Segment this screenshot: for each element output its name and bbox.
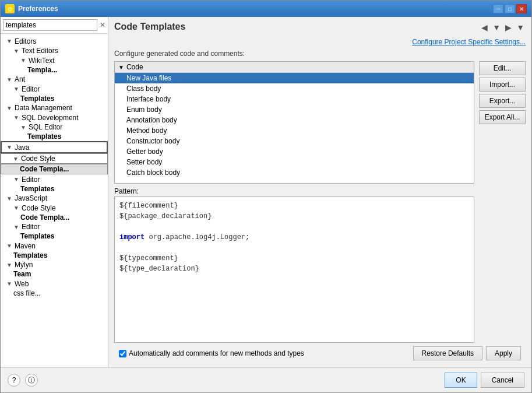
code-tree-item-class-body[interactable]: Class body (115, 83, 474, 94)
export-all-button[interactable]: Export All... (479, 110, 526, 124)
sidebar-item-mylyn[interactable]: ▼Mylyn (1, 260, 108, 270)
pattern-line-5: ${typecomment} (119, 253, 469, 264)
code-tree-item-method-body[interactable]: Method body (115, 125, 474, 136)
sidebar-item-data-management[interactable]: ▼Data Management (1, 103, 108, 113)
title-bar-left: ⚙ Preferences (5, 4, 58, 13)
sidebar-item-text-editors[interactable]: ▼Text Editors (1, 46, 108, 56)
panel-nav: ◀ ▼ ▶ ▼ (480, 22, 526, 33)
sidebar-item-sql-development[interactable]: ▼SQL Development (1, 113, 108, 122)
sidebar-item-editors[interactable]: ▼Editors (1, 36, 108, 46)
nav-dropdown-button[interactable]: ▼ (491, 22, 502, 33)
export-button[interactable]: Export... (479, 94, 526, 108)
nav-more-button[interactable]: ▼ (515, 22, 526, 33)
right-buttons: Edit... Import... Export... Export All..… (479, 61, 526, 343)
preferences-dialog: ⚙ Preferences ─ □ ✕ ✕ ▼Editors ▼Text Edi… (0, 0, 532, 393)
code-tree-item-new-java-files[interactable]: New Java files (115, 73, 474, 83)
pattern-line-empty-2 (119, 243, 469, 253)
code-tree-item-catch-block-body[interactable]: Catch block body (115, 167, 474, 178)
left-section: ▼ Code New Java files Class body Interfa… (114, 61, 474, 343)
code-tree-header: ▼ Code (115, 62, 474, 73)
checkbox-row: Automatically add comments for new metho… (119, 349, 304, 357)
cancel-button[interactable]: Cancel (481, 373, 524, 388)
sidebar-item-css-file[interactable]: css file... (1, 289, 108, 298)
ok-button[interactable]: OK (445, 373, 477, 388)
title-bar-controls: ─ □ ✕ (493, 4, 527, 13)
forward-button[interactable]: ▶ (504, 22, 513, 33)
pattern-label: Pattern: (114, 187, 474, 195)
code-tree-item-interface-body[interactable]: Interface body (115, 94, 474, 104)
sidebar-item-templates-we[interactable]: Templa... (1, 65, 108, 75)
pattern-line-2: ${package_declaration} (119, 211, 469, 222)
right-panel: Code Templates ◀ ▼ ▶ ▼ Configure Project… (108, 17, 531, 367)
code-tree-item-enum-body[interactable]: Enum body (115, 104, 474, 115)
window-icon: ⚙ (5, 4, 15, 13)
configure-project-link[interactable]: Configure Project Specific Settings... (114, 38, 526, 46)
restore-defaults-button[interactable]: Restore Defaults (413, 346, 482, 360)
sidebar-item-code-style-java[interactable]: ▼Code Style (1, 153, 108, 164)
sidebar-item-code-style-js[interactable]: ▼Code Style (1, 203, 108, 213)
pattern-line-import: import org.apache.log4j.Logger; (119, 232, 469, 243)
panel-header: Code Templates ◀ ▼ ▶ ▼ (114, 22, 526, 33)
sidebar-item-wikitext[interactable]: ▼WikiText (1, 55, 108, 65)
apply-button[interactable]: Apply (486, 346, 521, 360)
info-icon[interactable]: ⓘ (25, 374, 38, 387)
edit-button[interactable]: Edit... (479, 61, 526, 75)
minimize-button[interactable]: ─ (493, 4, 503, 13)
code-tree-item-getter-body[interactable]: Getter body (115, 146, 474, 157)
sidebar-item-templates-java[interactable]: Templates (1, 184, 108, 194)
sidebar-item-code-templates-java[interactable]: Code Templa... (1, 164, 108, 174)
sidebar-tree: ▼Editors ▼Text Editors ▼WikiText Templa.… (1, 34, 108, 367)
sidebar-item-sql-editor[interactable]: ▼SQL Editor (1, 122, 108, 132)
sidebar-item-editor-ant[interactable]: ▼Editor (1, 84, 108, 94)
bottom-action-buttons: Restore Defaults Apply (413, 346, 521, 360)
pattern-line-6: ${type_declaration} (119, 264, 469, 274)
pattern-section: Pattern: ${filecomment} ${package_declar… (114, 187, 474, 343)
pattern-editor[interactable]: ${filecomment} ${package_declaration} im… (114, 196, 474, 343)
import-button[interactable]: Import... (479, 78, 526, 92)
main-content: ✕ ▼Editors ▼Text Editors ▼WikiText Templ… (1, 17, 531, 367)
search-input[interactable] (3, 19, 97, 31)
collapse-icon[interactable]: ▼ (118, 64, 124, 71)
sidebar-item-editor-js[interactable]: ▼Editor (1, 222, 108, 232)
code-tree-container: ▼ Code New Java files Class body Interfa… (114, 61, 474, 184)
sidebar-item-templates-js[interactable]: Templates (1, 231, 108, 241)
code-tree-item-setter-body[interactable]: Setter body (115, 157, 474, 167)
sidebar-item-web[interactable]: ▼Web (1, 279, 108, 289)
code-section-label: Code (126, 63, 143, 71)
dialog-footer: ? ⓘ OK Cancel (1, 367, 531, 392)
footer-left: ? ⓘ (8, 374, 38, 387)
sidebar: ✕ ▼Editors ▼Text Editors ▼WikiText Templ… (1, 17, 108, 367)
sidebar-item-java[interactable]: ▼Java (1, 141, 108, 153)
auto-comments-label: Automatically add comments for new metho… (129, 349, 304, 357)
configure-description: Configure generated code and comments: (114, 50, 526, 58)
bottom-bar: Automatically add comments for new metho… (114, 343, 526, 363)
maximize-button[interactable]: □ (505, 4, 515, 13)
auto-comments-checkbox[interactable] (119, 350, 126, 357)
close-button[interactable]: ✕ (516, 4, 527, 13)
content-area: ▼ Code New Java files Class body Interfa… (114, 61, 526, 343)
code-tree-item-annotation-body[interactable]: Annotation body (115, 115, 474, 125)
footer-right: OK Cancel (445, 373, 524, 388)
sidebar-item-ant[interactable]: ▼Ant (1, 75, 108, 85)
sidebar-item-editor-java[interactable]: ▼Editor (1, 174, 108, 184)
pattern-line-empty-1 (119, 222, 469, 232)
pattern-line-1: ${filecomment} (119, 201, 469, 211)
code-tree-item-constructor-body[interactable]: Constructor body (115, 136, 474, 146)
help-icon[interactable]: ? (8, 374, 20, 387)
back-button[interactable]: ◀ (480, 22, 489, 33)
clear-search-icon[interactable]: ✕ (100, 21, 105, 29)
sidebar-search-bar: ✕ (1, 17, 108, 34)
sidebar-item-templates-maven[interactable]: Templates (1, 251, 108, 260)
sidebar-item-code-templates-js[interactable]: Code Templa... (1, 213, 108, 222)
window-title: Preferences (18, 5, 58, 13)
sidebar-item-templates-sql[interactable]: Templates (1, 132, 108, 141)
sidebar-item-templates-ant[interactable]: Templates (1, 94, 108, 103)
panel-title: Code Templates (114, 22, 185, 32)
title-bar: ⚙ Preferences ─ □ ✕ (1, 1, 531, 17)
sidebar-item-maven[interactable]: ▼Maven (1, 241, 108, 251)
sidebar-item-javascript[interactable]: ▼JavaScript (1, 194, 108, 203)
sidebar-item-team-mylyn[interactable]: Team (1, 269, 108, 279)
